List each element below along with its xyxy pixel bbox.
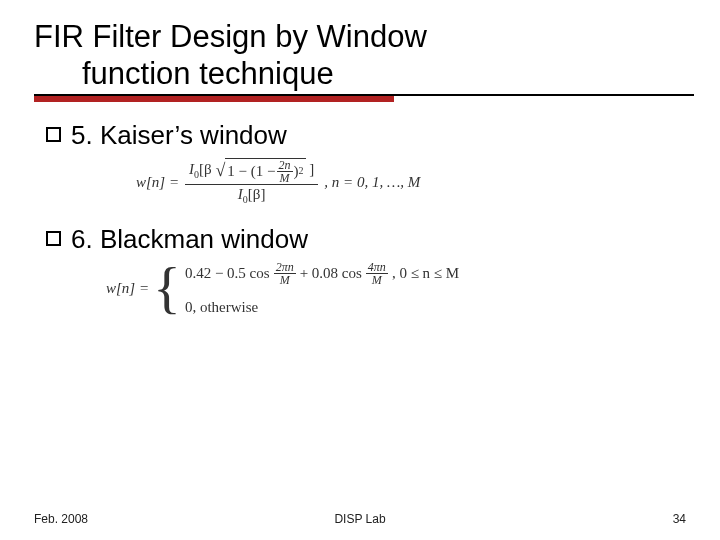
blackman-case2: 0, otherwise: [185, 298, 459, 316]
kaiser-open: [β: [199, 161, 212, 177]
bm-c1a: 0.42 − 0.5 cos: [185, 264, 270, 282]
blackman-lhs: w[n] =: [106, 279, 149, 297]
slide-footer: Feb. 2008 DISP Lab 34: [0, 512, 720, 526]
title-line-1: FIR Filter Design by Window: [34, 18, 692, 55]
bm-f1d: M: [278, 274, 292, 286]
bm-c1tail: , 0 ≤ n ≤ M: [392, 264, 459, 282]
kaiser-den-in: [β]: [248, 186, 266, 202]
blackman-case1: 0.42 − 0.5 cos 2πn M + 0.08 cos 4πn M , …: [185, 261, 459, 286]
slide-title: FIR Filter Design by Window function tec…: [28, 18, 692, 92]
kaiser-mf-d: M: [278, 172, 292, 184]
title-line-2: function technique: [34, 55, 692, 92]
footer-page-number: 34: [673, 512, 686, 526]
bm-c2: 0, otherwise: [185, 298, 258, 316]
brace-icon: {: [153, 262, 181, 314]
kaiser-close: ]: [309, 161, 314, 177]
title-underline: [28, 94, 692, 102]
bullet-box-icon: [46, 127, 61, 142]
content-area: 5. Kaiser’s window w[n] = I0[β √ 1 − (1 …: [28, 120, 692, 315]
bullet-item-5: 5. Kaiser’s window: [46, 120, 692, 151]
kaiser-sqrt-a: 1 − (1 −: [227, 162, 275, 180]
slide: FIR Filter Design by Window function tec…: [0, 0, 720, 540]
footer-date: Feb. 2008: [34, 512, 88, 526]
kaiser-sqrt-sup: 2: [299, 165, 304, 177]
underline-red: [34, 96, 394, 102]
bm-f2n: 4πn: [366, 261, 388, 274]
kaiser-tail: , n = 0, 1, …, M: [324, 173, 420, 191]
bullet-text-5: 5. Kaiser’s window: [71, 120, 287, 151]
bullet-item-6: 6. Blackman window: [46, 224, 692, 255]
bullet-text-6: 6. Blackman window: [71, 224, 308, 255]
kaiser-formula: w[n] = I0[β √ 1 − (1 − 2n M: [46, 158, 692, 206]
bm-f1n: 2πn: [274, 261, 296, 274]
kaiser-mf-n: 2n: [277, 159, 293, 172]
kaiser-lhs: w[n] =: [136, 173, 179, 191]
sqrt-icon: √: [215, 160, 225, 182]
bm-c1b: + 0.08 cos: [300, 264, 362, 282]
bullet-box-icon: [46, 231, 61, 246]
bm-f2d: M: [370, 274, 384, 286]
footer-lab: DISP Lab: [334, 512, 385, 526]
blackman-formula: w[n] = { 0.42 − 0.5 cos 2πn M + 0.08 cos…: [46, 261, 692, 316]
